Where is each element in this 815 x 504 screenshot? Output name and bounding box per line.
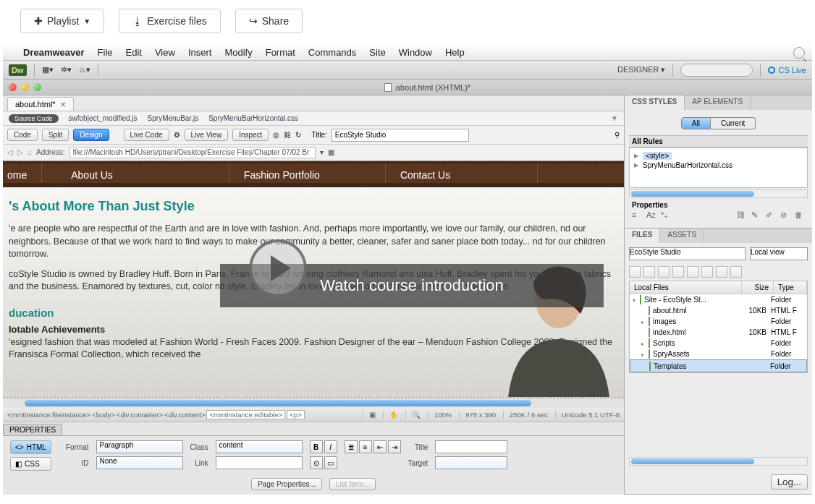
title-prop-input[interactable] <box>435 440 507 453</box>
col-local-files[interactable]: Local Files <box>630 281 742 294</box>
rules-list[interactable]: ▶<style> ▶SpryMenuBarHorizontal.css <box>629 148 808 188</box>
edit-rule-icon[interactable]: ✐ <box>766 210 776 221</box>
refresh-icon[interactable]: ↻ <box>295 131 301 139</box>
layout-icon[interactable]: ▦▾ <box>42 65 54 74</box>
window-dims[interactable]: 978 x 390 <box>459 411 496 419</box>
attach-stylesheet-icon[interactable]: ⛓ <box>737 210 747 221</box>
menu-help[interactable]: Help <box>445 47 465 58</box>
rules-scrollbar[interactable] <box>629 189 808 198</box>
outdent-button[interactable]: ⇤ <box>373 440 387 453</box>
get-files-icon[interactable] <box>658 266 670 278</box>
tag-0[interactable]: <mmtinstance:fileinstance> <box>7 411 90 419</box>
delete-rule-icon[interactable]: 🗑 <box>795 210 805 221</box>
source-code-button[interactable]: Source Code <box>9 114 59 123</box>
checkin-icon[interactable] <box>701 266 713 278</box>
col-type[interactable]: Type <box>774 281 807 294</box>
select-tool-icon[interactable]: ▣ <box>363 411 376 419</box>
expand-icon[interactable]: ▶ <box>634 162 638 168</box>
bold-button[interactable]: B <box>310 440 323 453</box>
split-view-button[interactable]: Split <box>42 129 69 141</box>
id-select[interactable]: None <box>96 456 183 469</box>
put-files-icon[interactable] <box>672 266 684 278</box>
tag-1[interactable]: <body> <box>92 411 115 419</box>
design-canvas[interactable]: ome About Us Fashion Portfolio Contact U… <box>3 161 624 398</box>
file-row[interactable]: ▸SpryAssetsFolder <box>630 349 807 359</box>
link-input[interactable] <box>216 456 303 469</box>
ap-elements-tab[interactable]: AP ELEMENTS <box>685 95 751 110</box>
browse-folder-icon[interactable]: ▭ <box>324 456 337 469</box>
live-view-button[interactable]: Live View <box>185 129 229 141</box>
live-code-button[interactable]: Live Code <box>124 129 169 141</box>
expand-files-icon[interactable] <box>730 266 742 278</box>
browser-icon[interactable]: ⛓ <box>284 131 291 139</box>
nav-home[interactable]: ome <box>3 163 42 183</box>
expand-icon[interactable]: ▸ <box>641 319 649 325</box>
menu-insert[interactable]: Insert <box>188 47 212 58</box>
ol-button[interactable]: ≡ <box>359 440 372 453</box>
filter-icon[interactable]: ▼ <box>611 114 618 122</box>
rule-style[interactable]: <style> <box>643 152 672 160</box>
menu-format[interactable]: Format <box>266 47 295 58</box>
design-view-button[interactable]: Design <box>73 129 109 141</box>
site-select[interactable]: EcoStyle Studio <box>629 247 746 260</box>
zoom-level[interactable]: 100% <box>428 411 452 419</box>
forward-button[interactable]: ▷ <box>17 148 23 156</box>
menu-site[interactable]: Site <box>369 47 385 58</box>
rules-scroll-thumb[interactable] <box>631 191 754 197</box>
visual-aids-icon[interactable]: ⚲ <box>615 131 620 139</box>
exercise-files-button[interactable]: ⭳Exercise files <box>119 9 220 33</box>
tag-3[interactable]: <div.content> <box>164 411 205 419</box>
scrollbar-thumb[interactable] <box>25 400 531 406</box>
tag-4[interactable]: <mmtinstance:editable> <box>206 410 285 419</box>
nav-portfolio[interactable]: Fashion Portfolio <box>229 163 386 183</box>
address-dropdown-icon[interactable]: ▾ <box>320 148 324 156</box>
workspace-switcher[interactable]: DESIGNER ▾ <box>617 65 666 74</box>
related-file-1[interactable]: SpryMenuBar.js <box>148 114 199 122</box>
file-row[interactable]: index.html10KBHTML F <box>630 327 807 338</box>
file-row[interactable]: ▾Site - EcoStyle St...Folder <box>630 294 807 305</box>
class-select[interactable]: content <box>216 440 303 453</box>
tag-2[interactable]: <div.container> <box>117 411 163 419</box>
refresh-files-icon[interactable] <box>643 266 655 278</box>
tag-5[interactable]: <p> <box>287 410 304 419</box>
inspect-button[interactable]: Inspect <box>232 129 269 141</box>
cs-live-button[interactable]: CS Live <box>768 66 806 74</box>
properties-tab[interactable]: PROPERTIES <box>3 424 62 435</box>
related-file-2[interactable]: SpryMenuBarHorizontal.css <box>208 114 298 122</box>
expand-icon[interactable]: ▸ <box>641 341 649 347</box>
address-input[interactable] <box>69 147 316 158</box>
assets-tab[interactable]: ASSETS <box>660 228 704 243</box>
menu-file[interactable]: File <box>98 47 113 58</box>
all-rules-button[interactable]: All <box>681 117 711 129</box>
file-row[interactable]: ▸imagesFolder <box>630 316 807 327</box>
html-props-button[interactable]: <>HTML <box>10 440 51 454</box>
zoom-tool-icon[interactable]: 🔍 <box>405 411 421 419</box>
log-button[interactable]: Log... <box>771 474 808 490</box>
checkout-icon[interactable] <box>687 266 698 278</box>
back-button[interactable]: ◁ <box>7 148 13 156</box>
spotlight-icon[interactable] <box>793 47 805 59</box>
css-props-button[interactable]: ◧CSS <box>10 457 51 471</box>
file-tree[interactable]: Local Files Size Type ▾Site - EcoStyle S… <box>629 281 808 373</box>
home-icon[interactable]: ⌂ <box>28 148 32 156</box>
col-size[interactable]: Size <box>742 281 774 294</box>
extend-icon[interactable]: ✲▾ <box>61 65 72 74</box>
grid-icon[interactable]: ▦ <box>328 148 334 156</box>
set-view-icon[interactable]: *₊ <box>661 210 671 221</box>
menu-view[interactable]: View <box>155 47 175 58</box>
menu-commands[interactable]: Commands <box>308 47 356 58</box>
page-properties-button[interactable]: Page Properties... <box>251 478 322 490</box>
file-row[interactable]: ▸ScriptsFolder <box>630 338 807 349</box>
current-rules-button[interactable]: Current <box>711 117 756 129</box>
canvas-scrollbar[interactable] <box>3 398 624 408</box>
expand-icon[interactable]: ▸ <box>641 351 649 358</box>
menu-window[interactable]: Window <box>399 47 432 58</box>
search-field[interactable] <box>680 64 753 77</box>
ul-button[interactable]: ≣ <box>345 440 358 453</box>
menu-edit[interactable]: Edit <box>126 47 142 58</box>
expand-icon[interactable]: ▶ <box>634 153 638 159</box>
target-select[interactable] <box>435 456 507 469</box>
format-select[interactable]: Paragraph <box>96 440 183 453</box>
view-select[interactable]: Local view <box>750 247 808 260</box>
point-to-file-icon[interactable]: ⊙ <box>310 456 323 469</box>
